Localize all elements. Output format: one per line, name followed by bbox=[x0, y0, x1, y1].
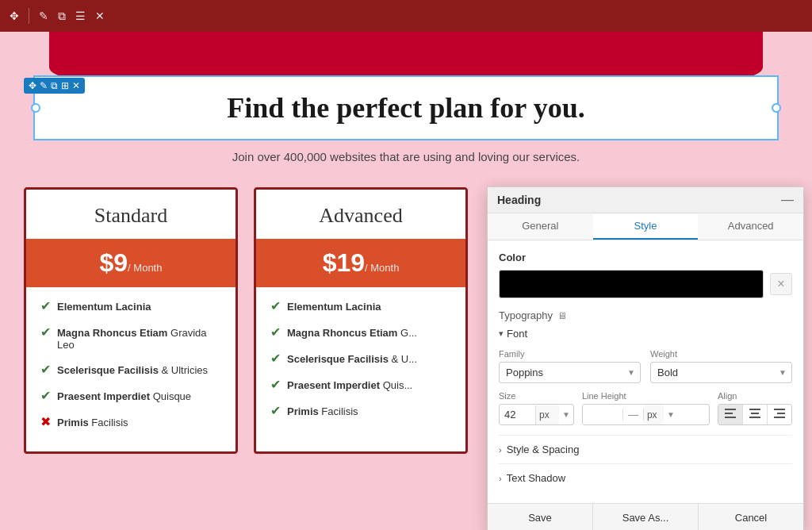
size-input-group[interactable]: px em rem % ▼ bbox=[499, 404, 574, 425]
block-edit-icon[interactable]: ✎ bbox=[40, 80, 48, 91]
family-select-wrap[interactable]: Poppins ▼ bbox=[499, 362, 641, 383]
list-item: ✔ Scelerisque Facilisis & U... bbox=[270, 351, 451, 366]
save-button[interactable]: Save bbox=[488, 504, 593, 530]
text-shadow-row[interactable]: › Text Shadow bbox=[499, 463, 792, 492]
size-group: Size px em rem % ▼ bbox=[499, 391, 574, 425]
family-select[interactable]: Poppins bbox=[500, 363, 622, 382]
block-close-icon[interactable]: ✕ bbox=[72, 80, 80, 91]
heading-block[interactable]: Find the perfect plan for you. bbox=[33, 75, 779, 140]
feature-label: Scelerisque Facilisis & Ultricies bbox=[57, 364, 208, 376]
check-icon: ✔ bbox=[270, 325, 281, 340]
feature-label: Magna Rhoncus Etiam G... bbox=[287, 327, 417, 339]
tab-advanced[interactable]: Advanced bbox=[698, 213, 803, 240]
sub-heading: Join over 400,000 websites that are usin… bbox=[0, 150, 812, 163]
line-height-input-group[interactable]: — px em ▼ bbox=[582, 404, 710, 425]
check-icon: ✔ bbox=[270, 377, 281, 392]
settings-panel: Heading — General Style Advanced Color ×… bbox=[487, 186, 804, 530]
standard-card-title: Standard bbox=[26, 190, 236, 239]
list-item: ✔ Magna Rhoncus Etiam G... bbox=[270, 325, 451, 340]
align-label: Align bbox=[718, 391, 792, 401]
standard-features: ✔ Elementum Lacinia ✔ Magna Rhoncus Etia… bbox=[26, 287, 236, 451]
panel-tabs: General Style Advanced bbox=[488, 213, 803, 240]
advanced-card-title: Advanced bbox=[256, 190, 465, 239]
line-height-group: Line Height — px em ▼ bbox=[582, 391, 710, 425]
align-center-icon bbox=[749, 409, 760, 418]
menu-icon[interactable]: ☰ bbox=[75, 10, 86, 22]
weight-select[interactable]: Bold Thin Regular bbox=[651, 363, 774, 382]
svg-rect-0 bbox=[725, 409, 736, 410]
advanced-price: $19 bbox=[323, 248, 365, 277]
standard-card: Standard $9/ Month ✔ Elementum Lacinia ✔… bbox=[24, 187, 238, 454]
line-height-label: Line Height bbox=[582, 391, 710, 401]
style-spacing-arrow-icon: › bbox=[499, 445, 502, 455]
lh-arrow-icon: ▼ bbox=[664, 410, 678, 419]
typography-label: Typography bbox=[499, 309, 553, 321]
check-icon: ✔ bbox=[40, 388, 51, 403]
family-select-arrow-icon: ▼ bbox=[622, 368, 640, 377]
weight-select-arrow-icon: ▼ bbox=[774, 368, 791, 377]
advanced-features: ✔ Elementum Lacinia ✔ Magna Rhoncus Etia… bbox=[256, 287, 465, 440]
main-heading: Find the perfect plan for you. bbox=[51, 91, 761, 125]
close-icon[interactable]: ✕ bbox=[95, 10, 105, 22]
toolbar-separator bbox=[29, 8, 29, 24]
align-right-icon bbox=[774, 409, 785, 418]
copy-icon[interactable]: ⧉ bbox=[58, 10, 66, 23]
list-item: ✔ Praesent Imperdiet Quis... bbox=[270, 377, 451, 392]
weight-label: Weight bbox=[650, 349, 792, 359]
svg-rect-2 bbox=[725, 417, 736, 418]
family-label: Family bbox=[499, 349, 641, 359]
family-weight-row: Family Poppins ▼ Weight Bold Thin bbox=[499, 349, 792, 383]
align-center-button[interactable] bbox=[743, 405, 768, 424]
svg-rect-6 bbox=[774, 409, 785, 410]
weight-select-wrap[interactable]: Bold Thin Regular ▼ bbox=[650, 362, 792, 383]
list-item: ✔ Primis Facilisis bbox=[270, 403, 451, 418]
feature-label: Magna Rhoncus Etiam Gravida Leo bbox=[57, 327, 221, 351]
style-spacing-label: Style & Spacing bbox=[507, 444, 580, 455]
cross-icon: ✖ bbox=[40, 414, 51, 429]
line-height-unit-select[interactable]: px em bbox=[644, 405, 664, 424]
list-item: ✔ Elementum Lacinia bbox=[270, 298, 451, 313]
svg-rect-7 bbox=[777, 413, 785, 414]
panel-body: Color × Typography 🖥 ▾ Font Family bbox=[488, 240, 803, 503]
tab-general[interactable]: General bbox=[488, 213, 593, 240]
color-clear-button[interactable]: × bbox=[770, 273, 792, 295]
tab-style[interactable]: Style bbox=[593, 213, 699, 240]
svg-rect-5 bbox=[749, 417, 760, 418]
cancel-button[interactable]: Cancel bbox=[699, 504, 803, 530]
minimize-button[interactable]: — bbox=[781, 194, 794, 206]
align-left-button[interactable] bbox=[718, 405, 743, 424]
panel-footer: Save Save As... Cancel bbox=[488, 503, 803, 530]
font-collapse-row[interactable]: ▾ Font bbox=[499, 328, 792, 340]
save-as-button[interactable]: Save As... bbox=[593, 504, 699, 530]
check-icon: ✔ bbox=[270, 403, 281, 418]
svg-rect-3 bbox=[749, 409, 760, 410]
feature-label: Scelerisque Facilisis & U... bbox=[287, 353, 417, 365]
list-item: ✔ Praesent Imperdiet Quisque bbox=[40, 388, 221, 403]
align-right-button[interactable] bbox=[768, 405, 791, 424]
move-icon[interactable]: ✥ bbox=[10, 10, 19, 22]
svg-rect-8 bbox=[774, 417, 785, 418]
size-unit-arrow-icon: ▼ bbox=[559, 410, 573, 419]
block-move-icon[interactable]: ✥ bbox=[29, 80, 36, 91]
panel-title: Heading bbox=[497, 194, 541, 206]
svg-rect-4 bbox=[751, 413, 759, 414]
size-input[interactable] bbox=[500, 405, 535, 424]
line-height-input[interactable] bbox=[583, 405, 622, 424]
color-swatch[interactable] bbox=[499, 270, 764, 298]
edit-icon[interactable]: ✎ bbox=[39, 10, 48, 22]
size-label: Size bbox=[499, 391, 574, 401]
feature-label: Primis Facilisis bbox=[287, 405, 358, 417]
collapse-arrow-icon: ▾ bbox=[499, 328, 504, 339]
list-item: ✖ Primis Facilisis bbox=[40, 414, 221, 429]
advanced-price-banner: $19/ Month bbox=[256, 239, 465, 287]
align-buttons bbox=[718, 404, 792, 425]
block-copy-icon[interactable]: ⧉ bbox=[51, 80, 58, 91]
style-spacing-row[interactable]: › Style & Spacing bbox=[499, 435, 792, 463]
check-icon: ✔ bbox=[40, 362, 51, 377]
weight-group: Weight Bold Thin Regular ▼ bbox=[650, 349, 792, 383]
typography-row: Typography 🖥 bbox=[499, 309, 792, 321]
block-grid-icon[interactable]: ⊞ bbox=[61, 80, 69, 91]
size-unit-select[interactable]: px em rem % bbox=[535, 405, 559, 424]
list-item: ✔ Magna Rhoncus Etiam Gravida Leo bbox=[40, 325, 221, 351]
color-row: × bbox=[499, 270, 792, 298]
